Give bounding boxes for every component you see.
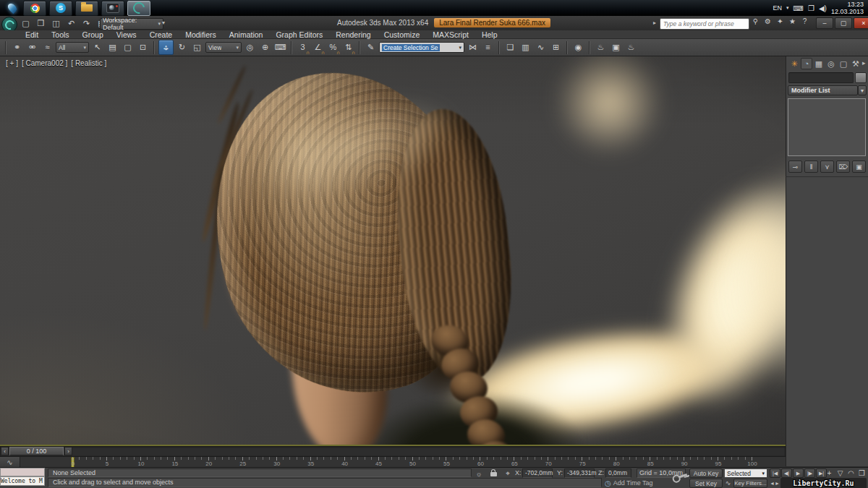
tab-utilities[interactable]: ⚒ bbox=[850, 58, 861, 69]
clock[interactable]: 13:23 12.03.2013 bbox=[831, 1, 864, 15]
help-icon[interactable]: ? bbox=[800, 17, 809, 25]
3dsmax-taskbar-icon[interactable] bbox=[127, 1, 150, 16]
angle-snap-icon[interactable]: ∠∩ bbox=[311, 40, 325, 54]
viewport-general-menu[interactable]: [ + ] bbox=[6, 59, 18, 67]
select-object-icon[interactable]: ↖ bbox=[90, 40, 104, 54]
chevron-down-icon[interactable]: ▾ bbox=[786, 5, 789, 11]
time-slider[interactable]: ‹ 0 / 100 › bbox=[0, 446, 786, 456]
x-coordinate-field[interactable]: -702,0mm bbox=[522, 468, 553, 478]
select-and-rotate-icon[interactable]: ↻ bbox=[175, 40, 189, 54]
language-indicator[interactable]: EN bbox=[773, 4, 782, 12]
flame-app-icon[interactable] bbox=[4, 1, 20, 15]
select-by-name-icon[interactable]: ▤ bbox=[106, 40, 119, 54]
mini-curve-editor-button[interactable]: ∿ bbox=[0, 457, 20, 468]
keyboard-layout-icon[interactable]: ⌨ bbox=[793, 4, 804, 12]
z-coordinate-field[interactable]: 0,0mm bbox=[605, 468, 631, 478]
modifier-stack-list[interactable] bbox=[788, 98, 866, 156]
menu-create[interactable]: Create bbox=[143, 30, 179, 39]
speaker-icon[interactable]: ◀) bbox=[819, 4, 827, 12]
layer-manager-icon[interactable]: ❏ bbox=[503, 40, 517, 54]
menu-views[interactable]: Views bbox=[110, 30, 143, 39]
show-end-result-button[interactable]: ‖ bbox=[804, 160, 818, 173]
curve-editor-icon[interactable]: ∿ bbox=[534, 40, 548, 54]
tab-hierarchy[interactable]: ▦ bbox=[813, 58, 825, 69]
time-configuration-icon[interactable]: ◄► bbox=[770, 479, 780, 488]
object-name-field[interactable] bbox=[788, 72, 854, 83]
reference-coordinate-dropdown[interactable]: View▾ bbox=[205, 42, 242, 53]
maxscript-listener-pane[interactable]: Welcome to M bbox=[0, 476, 45, 486]
select-and-manipulate-icon[interactable]: ⊕ bbox=[258, 40, 272, 54]
modifier-list-arrow[interactable]: ▼ bbox=[858, 85, 867, 95]
render-setup-icon[interactable]: ♨ bbox=[594, 40, 608, 54]
remove-modifier-button[interactable]: ⌦ bbox=[836, 160, 850, 173]
close-button[interactable]: × bbox=[854, 17, 868, 29]
new-file-icon[interactable]: ▢ bbox=[19, 17, 33, 29]
infocenter-search[interactable] bbox=[660, 18, 749, 30]
modifier-list-dropdown[interactable]: Modifier List bbox=[788, 85, 858, 95]
menu-maxscript[interactable]: MAXScript bbox=[426, 30, 475, 39]
maximize-viewport-icon[interactable]: ❒ bbox=[857, 468, 867, 478]
menu-tools[interactable]: Tools bbox=[45, 30, 76, 39]
percent-snap-icon[interactable]: %∩ bbox=[326, 40, 340, 54]
viewport-camera002[interactable]: [ + ] [ Camera002 ] [ Realistic ] bbox=[0, 56, 786, 446]
viewport-pov-menu[interactable]: [ Camera002 ] bbox=[22, 59, 67, 67]
menu-group[interactable]: Group bbox=[76, 30, 110, 39]
search-input[interactable] bbox=[660, 20, 749, 27]
menu-customize[interactable]: Customize bbox=[378, 30, 427, 39]
orbit-view-icon[interactable]: ◠ bbox=[846, 468, 856, 478]
tab-display[interactable]: ▢ bbox=[838, 58, 849, 69]
snaps-toggle-icon[interactable]: 3∩ bbox=[296, 40, 310, 54]
window-crossing-icon[interactable]: ⊡ bbox=[136, 40, 150, 54]
pin-stack-button[interactable]: ⊸ bbox=[788, 160, 802, 173]
rendered-frame-window-icon[interactable]: ▣ bbox=[609, 40, 623, 54]
select-and-link-icon[interactable]: ⚭ bbox=[10, 40, 24, 54]
pan-view-icon[interactable]: + bbox=[825, 468, 834, 478]
field-of-view-icon[interactable]: ▽ bbox=[835, 468, 845, 478]
viewport-shading-menu[interactable]: [ Realistic ] bbox=[71, 59, 106, 67]
make-unique-button[interactable]: ⋎ bbox=[820, 160, 834, 173]
previous-frame-arrow[interactable]: ‹ bbox=[1, 447, 9, 455]
open-file-icon[interactable]: ❒ bbox=[34, 17, 48, 29]
align-icon[interactable]: ≡ bbox=[481, 40, 495, 54]
restore-button[interactable]: ▢ bbox=[835, 17, 852, 29]
configure-modifier-sets-button[interactable]: ▣ bbox=[852, 160, 866, 173]
undo-icon[interactable]: ↶ bbox=[64, 17, 78, 29]
favorites-star-icon[interactable]: ★ bbox=[788, 17, 797, 25]
menu-graph-editors[interactable]: Graph Editors bbox=[269, 30, 329, 39]
timeline-ruler[interactable]: 0510152025303540455055606570758085909510… bbox=[20, 457, 786, 468]
tab-create[interactable]: ✳ bbox=[788, 58, 800, 69]
tab-motion[interactable]: ◎ bbox=[825, 58, 837, 69]
named-selection-sets-dropdown[interactable]: Create Selection Se▾ bbox=[379, 42, 464, 53]
bind-to-space-warp-icon[interactable]: ≈ bbox=[41, 40, 54, 54]
key-filters-button[interactable]: Key Filters... bbox=[733, 479, 767, 488]
absolute-mode-icon[interactable]: ⌖ bbox=[503, 468, 513, 479]
save-file-icon[interactable]: ◫ bbox=[49, 17, 63, 29]
redo-icon[interactable]: ↷ bbox=[80, 17, 93, 29]
new-keys-curve-icon[interactable]: ∿ bbox=[724, 479, 732, 488]
use-pivot-point-icon[interactable]: ◎ bbox=[243, 40, 257, 54]
skype-icon[interactable]: S bbox=[49, 1, 72, 16]
spinner-snap-icon[interactable]: ⇅∩ bbox=[341, 40, 355, 54]
tab-modify[interactable]: ◔ bbox=[801, 58, 812, 69]
menu-rendering[interactable]: Rendering bbox=[329, 30, 377, 39]
wrench-icon[interactable]: ⚙ bbox=[763, 17, 773, 25]
menu-edit[interactable]: Edit bbox=[19, 30, 45, 39]
keyboard-shortcut-override-icon[interactable]: ⌨ bbox=[273, 40, 287, 54]
material-editor-icon[interactable]: ◉ bbox=[571, 40, 585, 54]
menu-animation[interactable]: Animation bbox=[223, 30, 270, 39]
schematic-view-icon[interactable]: ⊞ bbox=[549, 40, 563, 54]
rectangular-selection-region-icon[interactable]: ▢ bbox=[121, 40, 135, 54]
selection-lock-icon[interactable] bbox=[488, 468, 498, 478]
time-slider-thumb[interactable]: 0 / 100 bbox=[9, 447, 64, 455]
toggle-ribbon-icon[interactable]: ▥ bbox=[519, 40, 532, 54]
panel-flyout-icon[interactable]: ▸ bbox=[862, 59, 866, 67]
macro-recorder-pane[interactable] bbox=[0, 468, 45, 476]
previous-frame-button[interactable]: ◀| bbox=[781, 468, 792, 478]
workspace-dropdown[interactable]: Workspace: Default ▾ bbox=[100, 18, 163, 30]
next-frame-button[interactable]: |▶ bbox=[804, 468, 815, 478]
prompt-bulb-icon[interactable]: ☼ bbox=[474, 468, 484, 479]
chrome-icon[interactable] bbox=[23, 1, 46, 16]
unlink-selection-icon[interactable]: ⚮ bbox=[25, 40, 39, 54]
auto-key-button[interactable]: Auto Key bbox=[689, 468, 723, 478]
y-coordinate-field[interactable]: -349,331m bbox=[564, 468, 595, 478]
